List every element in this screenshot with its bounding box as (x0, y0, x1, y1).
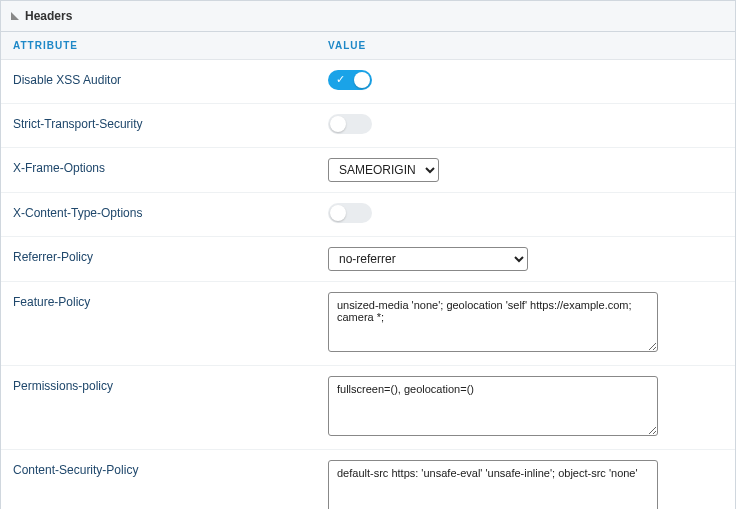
row-permissions: Permissions-policy (1, 366, 735, 450)
toggle-xcontenttype[interactable]: ✓ (328, 203, 372, 223)
select-xframe[interactable]: SAMEORIGIN (328, 158, 439, 182)
label-hsts: Strict-Transport-Security (13, 114, 328, 131)
toggle-knob (330, 116, 346, 132)
headers-panel: Headers ATTRIBUTE VALUE Disable XSS Audi… (0, 0, 736, 509)
row-referrer: Referrer-Policy no-referrer (1, 237, 735, 282)
row-xframe: X-Frame-Options SAMEORIGIN (1, 148, 735, 193)
row-disable-xss: Disable XSS Auditor ✓ (1, 60, 735, 104)
panel-header[interactable]: Headers (1, 1, 735, 32)
toggle-knob (330, 205, 346, 221)
check-icon: ✓ (336, 73, 345, 86)
textarea-feature[interactable] (328, 292, 658, 352)
select-referrer[interactable]: no-referrer (328, 247, 528, 271)
row-csp: Content-Security-Policy (1, 450, 735, 509)
toggle-hsts[interactable]: ✓ (328, 114, 372, 134)
panel-title: Headers (25, 9, 72, 23)
textarea-permissions[interactable] (328, 376, 658, 436)
label-xframe: X-Frame-Options (13, 158, 328, 175)
toggle-knob (354, 72, 370, 88)
label-xcontenttype: X-Content-Type-Options (13, 203, 328, 220)
label-csp: Content-Security-Policy (13, 460, 328, 477)
column-headers: ATTRIBUTE VALUE (1, 32, 735, 60)
column-header-attribute: ATTRIBUTE (13, 40, 328, 51)
svg-marker-0 (11, 12, 19, 20)
collapse-triangle-icon (11, 12, 19, 20)
row-xcontenttype: X-Content-Type-Options ✓ (1, 193, 735, 237)
row-feature: Feature-Policy (1, 282, 735, 366)
column-header-value: VALUE (328, 40, 723, 51)
label-referrer: Referrer-Policy (13, 247, 328, 264)
label-feature: Feature-Policy (13, 292, 328, 309)
row-hsts: Strict-Transport-Security ✓ (1, 104, 735, 148)
label-disable-xss: Disable XSS Auditor (13, 70, 328, 87)
label-permissions: Permissions-policy (13, 376, 328, 393)
textarea-csp[interactable] (328, 460, 658, 509)
toggle-disable-xss[interactable]: ✓ (328, 70, 372, 90)
